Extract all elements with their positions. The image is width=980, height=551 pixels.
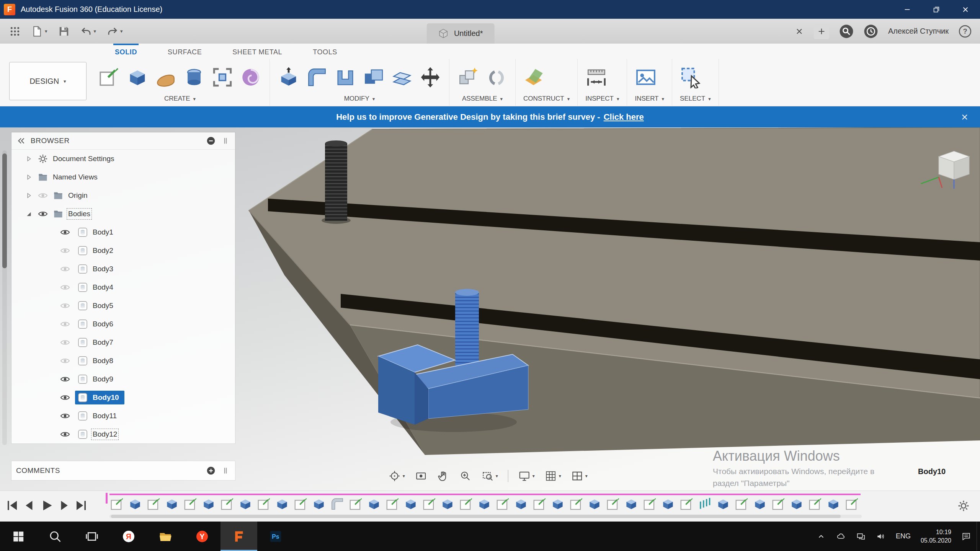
split-body-button[interactable]	[391, 66, 413, 88]
create-pattern-button[interactable]	[211, 66, 234, 88]
timeline-feature-extrude[interactable]	[514, 497, 528, 511]
pan-button[interactable]	[437, 470, 449, 482]
body-item[interactable]: Body8	[75, 354, 119, 368]
zoom-button[interactable]	[459, 470, 472, 482]
visibility-eye-icon[interactable]	[60, 282, 70, 293]
timeline-feature-extrude[interactable]	[789, 497, 804, 511]
design-workspace-menu[interactable]: DESIGN ▾	[9, 62, 87, 100]
visibility-eye-icon[interactable]	[60, 355, 70, 366]
body-item[interactable]: Body2	[75, 244, 119, 258]
visibility-eye-icon[interactable]	[60, 227, 70, 238]
timeline-feature-sketch[interactable]	[348, 497, 363, 511]
move-button[interactable]	[419, 66, 441, 88]
browser-scrollbar-track[interactable]	[2, 150, 7, 445]
timeline-feature-sketch[interactable]	[109, 497, 124, 511]
timeline-feature-sketch[interactable]	[256, 497, 271, 511]
timeline-feature-sketch[interactable]	[422, 497, 436, 511]
plate-body[interactable]	[249, 127, 980, 455]
timeline-feature-sketch[interactable]	[183, 497, 198, 511]
user-name[interactable]: Алексей Ступчик	[888, 27, 949, 36]
undo-button[interactable]: ▾	[80, 26, 96, 37]
apps-grid-button[interactable]	[9, 26, 21, 37]
collapsed-triangle-icon[interactable]	[24, 155, 33, 163]
comments-panel[interactable]: COMMENTS	[11, 461, 235, 480]
press-pull-button[interactable]	[278, 66, 300, 88]
fillet-button[interactable]	[306, 66, 328, 88]
collapsed-triangle-icon[interactable]	[24, 173, 33, 181]
free-orbit-button[interactable]: ▾	[389, 470, 405, 482]
timeline-feature-sketch[interactable]	[220, 497, 234, 511]
timeline-feature-extrude[interactable]	[128, 497, 142, 511]
onedrive-icon[interactable]	[836, 531, 846, 541]
new-document-button[interactable]	[814, 24, 829, 39]
body-item[interactable]: Body9	[75, 372, 119, 386]
timeline-feature-extrude[interactable]	[661, 497, 675, 511]
timeline-step-back-button[interactable]	[23, 499, 36, 512]
ribbon-group-label[interactable]: CREATE▾	[98, 93, 262, 103]
volume-icon[interactable]	[876, 531, 886, 541]
create-box-button[interactable]	[126, 66, 149, 88]
timeline-feature-sketch[interactable]	[146, 497, 161, 511]
grid-display-button[interactable]: ▾	[545, 470, 561, 482]
create-sketch-button[interactable]	[98, 66, 120, 88]
visibility-eye-icon[interactable]	[38, 209, 48, 219]
timeline-feature-sketch[interactable]	[385, 497, 400, 511]
stud-black[interactable]	[322, 140, 351, 224]
help-button[interactable]: ?	[959, 25, 972, 38]
job-status-button[interactable]	[864, 24, 878, 39]
taskbar-clock[interactable]: 10:19 05.05.2020	[921, 528, 951, 544]
taskbar-task-view-button[interactable]	[74, 522, 110, 551]
banner-close-button[interactable]	[960, 112, 969, 122]
browser-row-origin[interactable]: Origin	[11, 186, 235, 205]
ribbon-tab-surface[interactable]: SURFACE	[166, 44, 203, 59]
timeline-feature-extrude[interactable]	[753, 497, 767, 511]
shell-button[interactable]	[334, 66, 356, 88]
timeline-marker-tick[interactable]	[106, 493, 108, 504]
survey-banner-link[interactable]: Click here	[604, 112, 644, 122]
browser-grip-handle[interactable]	[220, 136, 230, 146]
timeline-feature-fillet[interactable]	[330, 497, 345, 511]
ribbon-group-label[interactable]: MODIFY▾	[278, 93, 441, 103]
file-menu-button[interactable]: ▾	[31, 26, 47, 37]
timeline-scrollbar-track[interactable]	[109, 515, 862, 518]
ribbon-group-label[interactable]: INSERT▾	[635, 93, 664, 103]
timeline-scrollbar-thumb[interactable]	[111, 515, 841, 518]
taskbar-search-button[interactable]	[37, 522, 74, 551]
browser-row-body4[interactable]: Body4	[11, 278, 235, 297]
expanded-triangle-icon[interactable]	[24, 210, 33, 218]
timeline-feature-sketch[interactable]	[569, 497, 583, 511]
construction-plane-button[interactable]	[523, 66, 546, 88]
combine-button[interactable]	[363, 66, 385, 88]
save-button[interactable]	[58, 26, 70, 37]
select-button[interactable]	[680, 66, 702, 88]
browser-row-body12[interactable]: Body12	[11, 425, 235, 443]
visibility-eye-icon[interactable]	[60, 319, 70, 329]
timeline-feature-sketch[interactable]	[808, 497, 822, 511]
timeline-feature-extrude[interactable]	[716, 497, 730, 511]
browser-row-body11[interactable]: Body11	[11, 407, 235, 425]
insert-image-button[interactable]	[635, 66, 657, 88]
taskbar-fusion-360-button[interactable]	[220, 522, 257, 551]
taskbar-file-explorer-button[interactable]	[147, 522, 184, 551]
visibility-eye-icon[interactable]	[38, 190, 48, 201]
display-settings-button[interactable]: ▾	[508, 470, 535, 482]
browser-row-body3[interactable]: Body3	[11, 260, 235, 278]
ribbon-group-label[interactable]: SELECT▾	[680, 93, 711, 103]
restore-button[interactable]	[922, 0, 951, 19]
measure-button[interactable]	[585, 66, 608, 88]
visibility-eye-icon[interactable]	[60, 411, 70, 421]
look-at-button[interactable]	[415, 470, 427, 482]
timeline-play-button[interactable]	[40, 499, 54, 512]
visibility-eye-icon[interactable]	[60, 300, 70, 311]
close-button[interactable]	[951, 0, 980, 19]
body-item[interactable]: Body12	[75, 427, 122, 441]
ribbon-group-label[interactable]: ASSEMBLE▾	[457, 93, 508, 103]
timeline-feature-sketch[interactable]	[642, 497, 657, 511]
action-center-icon[interactable]	[961, 531, 971, 541]
timeline-step-forward-button[interactable]	[57, 499, 71, 512]
timeline-feature-extrude[interactable]	[238, 497, 253, 511]
fit-button[interactable]: ▾	[482, 470, 498, 482]
ribbon-tab-tools[interactable]: TOOLS	[311, 44, 339, 59]
browser-row-body10[interactable]: Body10	[11, 388, 235, 407]
viewport-canvas[interactable]: BROWSER Document SettingsNamed ViewsOrig…	[0, 127, 980, 491]
